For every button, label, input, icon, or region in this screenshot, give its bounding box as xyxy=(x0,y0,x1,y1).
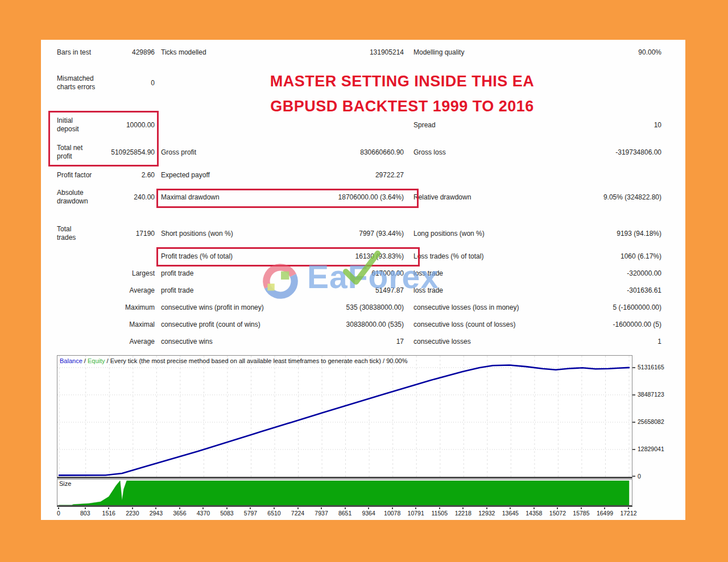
x-axis-label: 12218 xyxy=(455,510,471,517)
report-row-profit-factor: Profit factor 2.60 Expected payoff 29722… xyxy=(41,167,667,183)
stat-value: -301636.61 xyxy=(536,286,661,295)
x-axis-tick-mark xyxy=(533,507,535,509)
stat-value: 7997 (93.44%) xyxy=(325,230,404,238)
x-axis-tick-mark xyxy=(392,507,393,509)
stat-value: 51497.87 xyxy=(325,286,404,295)
x-axis-label: 7937 xyxy=(315,510,328,517)
stat-label: Expected payoff xyxy=(161,171,332,180)
x-axis-tick-mark xyxy=(179,507,180,509)
x-axis-tick-mark xyxy=(439,507,440,509)
ea-banner-line-1: MASTER SETTING INSIDE THIS EA xyxy=(231,73,573,90)
x-axis-tick-mark xyxy=(108,507,109,509)
x-axis-tick-mark xyxy=(132,507,133,509)
x-axis-tick-mark xyxy=(226,507,228,509)
x-axis-tick-mark xyxy=(85,507,86,509)
x-axis-tick-mark xyxy=(604,507,605,509)
stat-value: 2.60 xyxy=(91,171,155,180)
stat-label: profit trade xyxy=(161,286,332,295)
x-axis-label: 7224 xyxy=(291,510,304,517)
x-axis-label: 15785 xyxy=(573,510,589,517)
x-axis-label: 16499 xyxy=(597,510,613,517)
x-axis-label: 4370 xyxy=(197,510,210,517)
x-axis-label: 15072 xyxy=(549,510,566,517)
x-axis-label: 3656 xyxy=(173,510,186,517)
x-axis-tick-mark xyxy=(415,507,416,509)
x-axis-tick-mark xyxy=(345,507,346,509)
x-axis-label: 11505 xyxy=(432,510,448,517)
y-axis-tick-mark xyxy=(632,394,635,396)
stat-value: 0 xyxy=(91,79,155,88)
x-axis-tick-mark xyxy=(368,507,369,509)
stat-label: Total trades xyxy=(57,225,91,242)
x-axis-tick-mark xyxy=(202,507,204,509)
report-row-average-trade: Average profit trade 51497.87 loss trade… xyxy=(41,282,667,298)
x-axis-label: 14358 xyxy=(526,510,542,517)
highlight-box-profit-trades xyxy=(156,247,420,267)
x-axis-label: 17212 xyxy=(620,510,636,517)
x-axis-label: 8651 xyxy=(338,510,351,517)
x-axis-label: 10078 xyxy=(384,510,400,517)
x-axis-label: 9364 xyxy=(362,510,375,517)
stat-label: Largest xyxy=(91,269,155,278)
x-axis-tick-mark xyxy=(321,507,322,509)
stat-value: 429896 xyxy=(91,48,155,57)
y-axis-label: 0 xyxy=(638,473,641,480)
stat-label: Short positions (won %) xyxy=(161,230,332,238)
report-row-bars: Bars in test 429896 Ticks modelled 13190… xyxy=(41,44,667,60)
balance-curve-svg xyxy=(57,356,632,477)
stat-value: -1600000.00 (5) xyxy=(536,320,661,329)
y-axis-label: 25658082 xyxy=(638,418,664,425)
size-label: Size xyxy=(59,480,71,487)
stat-value: 5 (-1600000.00) xyxy=(536,303,661,312)
x-axis-label: 0 xyxy=(57,510,60,517)
stat-value: 617000.00 xyxy=(325,269,404,278)
stat-value: 535 (30838000.00) xyxy=(325,303,404,312)
x-axis-tick-mark xyxy=(510,507,511,509)
stat-label: Gross profit xyxy=(161,148,332,157)
stat-label: consecutive wins xyxy=(161,338,332,346)
stat-value: 830660660.90 xyxy=(325,148,404,157)
stat-label: Ticks modelled xyxy=(161,48,332,57)
y-axis: 513161653848712325658082128290410 xyxy=(632,355,685,483)
chart-header: Balance / Equity / Every tick (the most … xyxy=(60,357,407,364)
stat-value: 10 xyxy=(536,121,661,130)
x-axis-label: 803 xyxy=(80,510,90,517)
x-axis-tick-mark xyxy=(486,507,487,509)
equity-legend-label: Equity xyxy=(88,357,105,364)
stat-value: 17190 xyxy=(91,230,155,238)
report-row-max-consecutive-profit: Maximal consecutive profit (count of win… xyxy=(41,317,667,332)
report-row-max-consecutive-wins: Maximum consecutive wins (profit in mone… xyxy=(41,299,667,315)
x-axis-label: 5797 xyxy=(244,510,257,517)
x-axis-label: 2230 xyxy=(126,510,139,517)
x-axis-label: 10791 xyxy=(408,510,424,517)
ea-banner: MASTER SETTING INSIDE THIS EA GBPUSD BAC… xyxy=(231,73,573,115)
page-frame: { "colors":{ "frame_orange":"#f89b40", "… xyxy=(0,0,728,562)
x-axis-tick-mark xyxy=(581,507,582,509)
x-axis-tick-mark xyxy=(557,507,558,509)
report-row-largest: Largest profit trade 617000.00 loss trad… xyxy=(41,265,667,281)
stat-value: 240.00 xyxy=(91,193,155,202)
x-axis-label: 2943 xyxy=(150,510,163,517)
stat-value: 29722.27 xyxy=(325,171,404,180)
stat-value: 9.05% (324822.80) xyxy=(536,193,661,202)
y-axis-tick-mark xyxy=(632,367,635,368)
stat-label: consecutive wins (profit in money) xyxy=(161,303,332,312)
stat-label: Maximum xyxy=(91,303,155,312)
x-axis-tick-mark xyxy=(58,507,59,509)
stat-value: 90.00% xyxy=(536,48,661,57)
x-axis-tick-mark xyxy=(297,507,299,509)
x-axis: 0803151622302943365643705083579765107224… xyxy=(57,507,634,518)
y-axis-label: 38487123 xyxy=(638,391,664,398)
stat-value: 131905214 xyxy=(325,48,404,57)
x-axis-label: 6510 xyxy=(267,510,280,517)
stat-value: -319734806.00 xyxy=(536,148,661,157)
stat-label: consecutive profit (count of wins) xyxy=(161,320,332,329)
size-panel: Size xyxy=(57,479,632,507)
balance-chart: Balance / Equity / Every tick (the most … xyxy=(57,355,632,478)
stat-value: 17 xyxy=(325,338,404,346)
y-axis-tick-mark xyxy=(632,449,635,450)
stat-label: Maximal xyxy=(91,320,155,329)
x-axis-label: 13645 xyxy=(502,510,519,517)
stat-label: profit trade xyxy=(161,269,332,278)
report-panel: Bars in test 429896 Ticks modelled 13190… xyxy=(41,40,685,520)
